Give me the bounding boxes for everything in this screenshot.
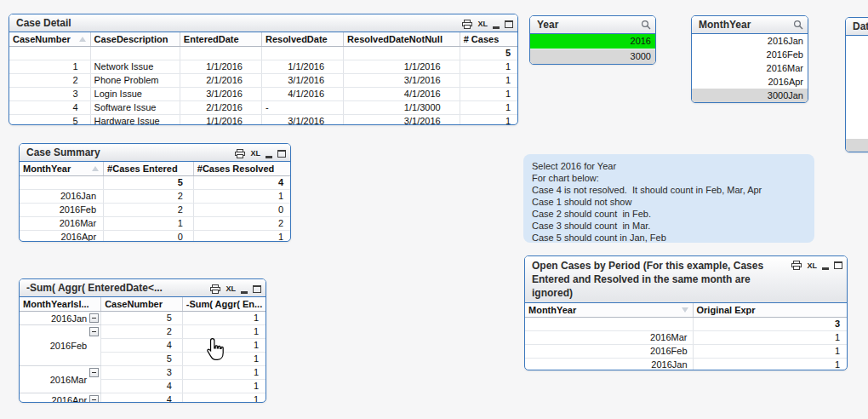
cell-resolved[interactable]: 0 [193,204,290,217]
cell-casenumber[interactable]: 3 [9,88,90,101]
cell-entered[interactable]: 2 [104,190,194,204]
col-header-resolveddatenotnull[interactable]: ResolvedDateNotNull [344,32,460,47]
list-item[interactable]: 2016Mar [692,61,808,75]
print-icon[interactable] [462,20,472,29]
col-header-cases-entered[interactable]: #Cases Entered [104,162,194,176]
cell-resolveddatenotnull[interactable]: 1/1/3000 [344,101,460,115]
cell-value[interactable]: 1 [182,353,266,366]
cell-value[interactable]: 1 [182,393,266,404]
cell-monthyear[interactable]: 2016Apr [20,231,104,243]
cell-entered[interactable]: 1 [104,217,194,231]
cell-entereddate[interactable]: 2/1/2016 [180,74,261,88]
cell-monthyear[interactable]: 2016Feb [525,345,693,359]
list-item[interactable]: 2016Apr [692,75,808,89]
cell-monthyear[interactable]: 2016Jan [525,359,693,371]
cell-entereddate[interactable]: 1/1/2016 [180,60,261,74]
cell-casenumber[interactable]: 4 [101,380,183,393]
list-item-excluded[interactable]: 3000 [530,49,655,65]
cell-value[interactable]: 1 [182,325,266,339]
cell-value[interactable]: 1 [693,331,847,345]
cell-casenumber[interactable]: 4 [101,393,183,404]
send-to-excel-icon[interactable]: XL [250,149,260,158]
collapse-icon[interactable] [89,327,99,336]
list-item-selected[interactable]: 2016 [530,34,655,49]
minimize-icon[interactable] [822,261,829,270]
cell-cases[interactable]: 1 [460,115,517,126]
year-caption[interactable]: Year [530,16,655,34]
minimize-icon[interactable] [266,149,272,158]
print-icon[interactable] [791,261,802,270]
cell-resolveddatenotnull[interactable]: 3/1/2016 [344,115,460,126]
cell-casenumber[interactable]: 3 [101,366,183,380]
monthyear-caption[interactable]: MonthYear [692,16,808,34]
maximize-icon[interactable] [253,285,261,293]
cell-resolveddate[interactable]: 1/1/2016 [261,60,343,74]
maximize-icon[interactable] [277,150,286,158]
cell-entereddate[interactable]: 3/1/2016 [180,88,261,101]
cell-casedescription[interactable]: Hardware Issue [90,115,180,126]
cell-casenumber[interactable]: 1 [9,60,90,74]
col-header-casenumber[interactable]: CaseNumber [101,297,183,312]
pivot-group-2016apr[interactable]: 2016Apr [20,393,101,404]
cell-casenumber[interactable]: 5 [101,312,183,325]
col-header-original-expr[interactable]: Original Expr [693,303,847,318]
col-header-monthyear[interactable]: MonthYear [20,162,104,176]
cell-value[interactable]: 1 [182,380,266,393]
pivot-group-2016jan[interactable]: 2016Jan [20,312,101,325]
cell-entered[interactable]: 0 [104,231,194,243]
cell-value[interactable]: 1 [182,312,266,325]
cell-casenumber[interactable]: 2 [9,74,90,88]
cell-resolveddatenotnull[interactable]: 3/1/2016 [344,74,460,88]
cell-monthyear[interactable]: 2016Feb [20,204,104,217]
pivot-caption[interactable]: -Sum( Aggr( EnteredDate<... XL [20,279,266,297]
collapse-icon[interactable] [89,368,99,377]
col-header-entereddate[interactable]: EnteredDate [180,32,261,47]
cell-value[interactable]: 1 [182,366,266,380]
cell-entereddate[interactable]: 1/1/2016 [180,115,261,126]
cell-casenumber[interactable]: 5 [9,115,90,126]
maximize-icon[interactable] [505,20,513,28]
cell-resolveddate[interactable]: 3/1/2016 [261,74,343,88]
minimize-icon[interactable] [241,284,248,294]
list-item[interactable]: 2016Feb [692,48,808,61]
cell-casenumber[interactable]: 4 [9,101,90,115]
cell-casenumber[interactable]: 4 [101,339,183,353]
open-cases-caption[interactable]: Open Cases by Period (For this example, … [525,256,847,303]
cell-casedescription[interactable]: Phone Problem [90,74,180,88]
search-icon[interactable] [793,20,803,30]
send-to-excel-icon[interactable]: XL [807,261,817,270]
cell-resolveddatenotnull[interactable]: 1/1/2016 [344,60,460,74]
cell-monthyear[interactable]: 2016Jan [20,190,104,204]
cell-resolveddate[interactable]: - [261,101,343,115]
cell-entereddate[interactable]: 2/1/2016 [180,101,261,115]
cell-resolved[interactable]: 1 [193,190,290,204]
collapse-icon[interactable] [89,395,99,403]
pivot-group-2016feb[interactable]: 2016Feb [20,325,101,366]
list-item-excluded[interactable]: 3000Jan [692,89,808,102]
maximize-icon[interactable] [834,261,842,269]
cell-resolved[interactable]: 2 [193,217,290,231]
cell-resolved[interactable]: 1 [193,231,290,243]
cell-cases[interactable]: 1 [460,101,517,115]
list-item[interactable]: 2016Jan [692,34,808,48]
send-to-excel-icon[interactable]: XL [226,284,236,293]
collapse-icon[interactable] [89,313,99,323]
case-summary-caption[interactable]: Case Summary XL [20,144,290,162]
cell-cases[interactable]: 1 [460,74,517,88]
cell-casenumber[interactable]: 5 [101,353,183,366]
cell-casenumber[interactable]: 2 [101,325,183,339]
col-header-casenumber[interactable]: CaseNumber [9,32,90,47]
minimize-icon[interactable] [493,20,500,29]
case-detail-caption[interactable]: Case Detail XL [9,14,517,32]
cell-entered[interactable]: 2 [104,204,194,217]
col-header-expression[interactable]: -Sum( Aggr( En... [182,297,266,312]
cell-cases[interactable]: 1 [460,60,517,74]
list-item-excluded[interactable] [846,139,868,152]
col-header-resolveddate[interactable]: ResolvedDate [261,32,343,47]
cell-cases[interactable]: 1 [460,88,517,101]
cell-value[interactable]: 1 [693,345,847,359]
print-icon[interactable] [210,284,220,294]
cell-value[interactable]: 1 [182,339,266,353]
search-icon[interactable] [641,20,651,30]
col-header-cases[interactable]: # Cases [460,32,517,47]
